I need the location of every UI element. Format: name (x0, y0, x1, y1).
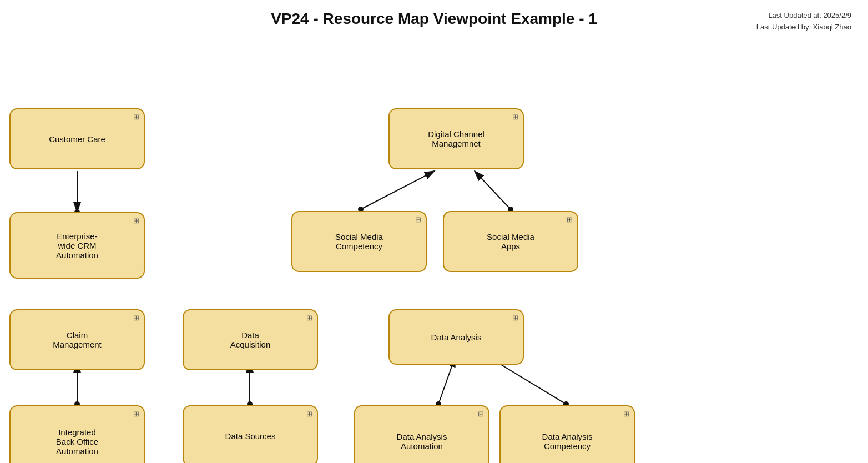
customer-care-label: Customer Care (49, 134, 105, 144)
integrated-back-office-node[interactable]: IntegratedBack OfficeAutomation ⊞ (9, 405, 145, 463)
data-acquisition-label: DataAcquisition (230, 330, 271, 349)
data-analysis-automation-icon: ⊞ (478, 410, 484, 418)
data-sources-icon: ⊞ (306, 410, 312, 418)
data-analysis-icon: ⊞ (512, 314, 518, 322)
digital-channel-label: Digital ChannelManagemnet (428, 129, 485, 148)
svg-line-5 (475, 171, 511, 209)
claim-management-icon: ⊞ (133, 314, 139, 322)
social-media-competency-label: Social MediaCompetency (335, 232, 383, 251)
digital-channel-icon: ⊞ (512, 113, 518, 121)
enterprise-crm-icon: ⊞ (133, 217, 139, 225)
claim-management-node[interactable]: ClaimManagement ⊞ (9, 309, 145, 370)
last-updated-at: Last Updated at: 2025/2/9 (756, 10, 851, 22)
meta-info: Last Updated at: 2025/2/9 Last Updated b… (756, 10, 851, 33)
claim-management-label: ClaimManagement (53, 330, 102, 349)
customer-care-node[interactable]: Customer Care ⊞ (9, 108, 145, 169)
diagram-area: Customer Care ⊞ Enterprise-wide CRMAutom… (0, 39, 666, 461)
data-sources-node[interactable]: Data Sources ⊞ (183, 405, 318, 463)
social-media-apps-label: Social MediaApps (487, 232, 534, 251)
page-title: VP24 - Resource Map Viewpoint Example - … (0, 0, 868, 33)
data-acquisition-icon: ⊞ (306, 314, 312, 322)
last-updated-by: Last Updated by: Xiaoqi Zhao (756, 22, 851, 33)
data-analysis-competency-node[interactable]: Data AnalysisCompetency ⊞ (499, 405, 635, 463)
customer-care-icon: ⊞ (133, 113, 139, 121)
digital-channel-node[interactable]: Digital ChannelManagemnet ⊞ (388, 108, 524, 169)
data-analysis-automation-label: Data AnalysisAutomation (397, 432, 447, 451)
data-analysis-automation-node[interactable]: Data AnalysisAutomation ⊞ (354, 405, 489, 463)
data-analysis-node[interactable]: Data Analysis ⊞ (388, 309, 524, 365)
data-analysis-competency-label: Data AnalysisCompetency (542, 432, 593, 451)
social-media-competency-node[interactable]: Social MediaCompetency ⊞ (291, 211, 427, 272)
data-analysis-competency-icon: ⊞ (623, 410, 629, 418)
enterprise-crm-label: Enterprise-wide CRMAutomation (56, 232, 98, 260)
svg-line-3 (361, 171, 435, 209)
integrated-back-office-label: IntegratedBack OfficeAutomation (56, 427, 98, 456)
integrated-back-office-icon: ⊞ (133, 410, 139, 418)
data-analysis-label: Data Analysis (431, 333, 482, 342)
social-media-apps-node[interactable]: Social MediaApps ⊞ (443, 211, 578, 272)
enterprise-crm-node[interactable]: Enterprise-wide CRMAutomation ⊞ (9, 212, 145, 279)
data-acquisition-node[interactable]: DataAcquisition ⊞ (183, 309, 318, 370)
data-sources-label: Data Sources (225, 431, 276, 441)
social-media-competency-icon: ⊞ (415, 215, 421, 224)
social-media-apps-icon: ⊞ (567, 215, 573, 224)
